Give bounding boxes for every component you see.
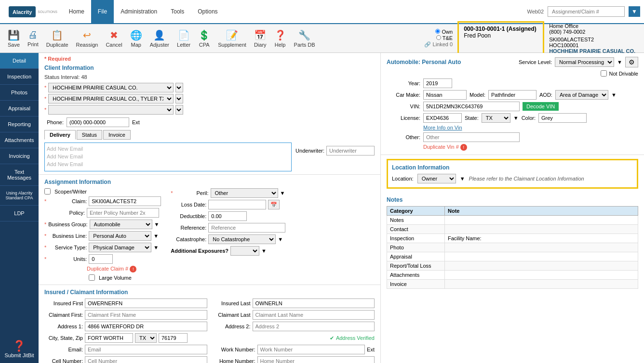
- state-select[interactable]: TX: [135, 333, 157, 343]
- loss-date-label: Loss Date:: [171, 202, 206, 207]
- model-input[interactable]: [488, 90, 537, 100]
- insured-first-input[interactable]: [85, 298, 207, 308]
- reassign-button[interactable]: ↩ Reassign: [72, 27, 102, 50]
- notes-header-category: Category: [387, 207, 445, 216]
- sidebar-item-inspection[interactable]: Inspection: [0, 69, 39, 85]
- work-number-input[interactable]: [257, 345, 365, 354]
- units-input[interactable]: [89, 254, 113, 264]
- large-volume-checkbox[interactable]: [89, 274, 95, 281]
- duplicate-claim-info-icon[interactable]: !: [130, 266, 136, 272]
- nav-options[interactable]: Options: [191, 0, 224, 23]
- nav-file[interactable]: File: [91, 0, 114, 23]
- home-number-input[interactable]: [257, 356, 375, 363]
- search-dropdown-btn[interactable]: ▼: [629, 6, 640, 17]
- address2-input[interactable]: [253, 322, 375, 331]
- company1-dropdown[interactable]: ▼: [175, 83, 183, 92]
- location-select[interactable]: Owner: [417, 174, 456, 183]
- cancel-button[interactable]: ✖ Cancel: [102, 27, 126, 50]
- catastrophe-select[interactable]: No Catastrophe: [208, 234, 276, 244]
- note-content[interactable]: Facility Name:: [445, 234, 638, 243]
- nav-tools[interactable]: Tools: [164, 0, 191, 23]
- address1-input[interactable]: [85, 322, 207, 331]
- claim-input[interactable]: [89, 196, 161, 206]
- map-button[interactable]: 🌐 Map: [126, 27, 146, 50]
- aod-select[interactable]: Area of Damage: [555, 90, 608, 100]
- nav-home[interactable]: Home: [62, 0, 91, 23]
- claimant-last-input[interactable]: [253, 310, 375, 320]
- supplement-button[interactable]: 📝 Supplement: [214, 27, 250, 50]
- year-input[interactable]: [423, 78, 452, 88]
- claimant-first-input[interactable]: [85, 310, 207, 320]
- duplicate-vin-info-icon[interactable]: !: [460, 144, 467, 151]
- submit-jitbit[interactable]: ❓ Submit JitBit: [2, 335, 36, 363]
- note-content[interactable]: [445, 280, 638, 289]
- phone-input[interactable]: [67, 117, 129, 127]
- service-level-select[interactable]: Normal Processing: [555, 57, 614, 67]
- peril-select[interactable]: Other: [211, 188, 278, 198]
- email-input[interactable]: [85, 345, 207, 354]
- parts-db-button[interactable]: 🔧 Parts DB: [290, 27, 319, 50]
- color-input[interactable]: [538, 113, 587, 123]
- note-content[interactable]: [445, 225, 638, 234]
- help-button[interactable]: ❓ Help: [270, 27, 290, 50]
- search-input[interactable]: [548, 6, 625, 17]
- tab-delivery[interactable]: Delivery: [44, 130, 76, 140]
- cpa-button[interactable]: 💲 CPA: [194, 27, 214, 50]
- sidebar-item-attachments[interactable]: Attachments: [0, 132, 39, 148]
- license-input[interactable]: [423, 113, 462, 123]
- sidebar-item-alacrity-cpa[interactable]: Using Alacrity Standard CPA: [0, 186, 39, 206]
- service-type-select[interactable]: Physical Damage: [89, 243, 151, 252]
- zip-input[interactable]: [159, 333, 188, 343]
- underwriter-input[interactable]: [326, 146, 375, 156]
- other-auto-input[interactable]: [423, 132, 520, 142]
- company2-dropdown[interactable]: ▼: [175, 94, 183, 104]
- deductible-input[interactable]: [208, 211, 247, 221]
- note-content[interactable]: [445, 252, 638, 261]
- company3-dropdown[interactable]: ▼: [175, 105, 183, 115]
- company2-select[interactable]: HOCHHEIM PRAIRIE CASUAL CO., TYLER TX...: [48, 94, 174, 104]
- loss-date-calendar-btn[interactable]: 📅: [268, 200, 280, 209]
- more-info-vin-link[interactable]: More Info on Vin: [423, 125, 462, 130]
- sidebar-item-ldp[interactable]: LDP: [0, 206, 39, 221]
- tab-status[interactable]: Status: [77, 130, 102, 140]
- sidebar-item-reporting[interactable]: Reporting: [0, 117, 39, 132]
- vin-input[interactable]: [423, 102, 520, 111]
- tab-invoice[interactable]: Invoice: [103, 130, 131, 140]
- decode-vin-button[interactable]: Decode VIN: [523, 102, 559, 111]
- policy-input[interactable]: [87, 208, 159, 218]
- car-make-input[interactable]: [423, 90, 467, 100]
- company3-select[interactable]: [48, 105, 174, 115]
- company1-select[interactable]: HOCHHEIM PRAIRIE CASUAL CO.: [48, 83, 174, 92]
- save-button[interactable]: 💾 Save: [4, 27, 24, 50]
- sidebar-item-photos[interactable]: Photos: [0, 85, 39, 101]
- city-input[interactable]: [85, 333, 133, 343]
- note-content[interactable]: [445, 271, 638, 280]
- insured-last-input[interactable]: [253, 298, 375, 308]
- scoper-label: Scoper/Writer: [54, 189, 87, 194]
- letter-button[interactable]: 📄 Letter: [173, 27, 194, 50]
- settings-icon-btn[interactable]: ⚙: [625, 57, 638, 67]
- sidebar-item-detail[interactable]: Detail: [0, 53, 39, 69]
- print-button[interactable]: 🖨 Print: [24, 27, 42, 49]
- adjuster-button[interactable]: 👤 Adjuster: [146, 27, 173, 50]
- note-content[interactable]: [445, 216, 638, 225]
- sidebar-item-invoicing[interactable]: Invoicing: [0, 148, 39, 164]
- note-content[interactable]: [445, 261, 638, 271]
- nav-administration[interactable]: Administration: [114, 0, 164, 23]
- business-line-select[interactable]: Personal Auto: [89, 231, 151, 241]
- business-group-select[interactable]: Automobile: [90, 220, 152, 229]
- reference-input[interactable]: [208, 223, 285, 233]
- claimant-first-row: Claimant First:: [44, 310, 207, 320]
- additional-exposures-select[interactable]: [230, 246, 259, 256]
- sidebar-item-text-messages[interactable]: Text Messages: [0, 164, 39, 186]
- cell-input[interactable]: [85, 356, 207, 363]
- duplicate-button[interactable]: 📋 Duplicate: [42, 27, 72, 50]
- loss-date-input[interactable]: [208, 200, 266, 209]
- state-auto-select[interactable]: TX: [482, 113, 510, 123]
- note-content[interactable]: [445, 243, 638, 252]
- diary-button[interactable]: 📅 Diary: [250, 27, 270, 50]
- sidebar-item-appraisal[interactable]: Appraisal: [0, 101, 39, 117]
- scoper-checkbox[interactable]: [44, 188, 51, 194]
- not-drivable-checkbox[interactable]: [601, 70, 607, 77]
- loss-date-row: Loss Date: 📅: [171, 200, 285, 209]
